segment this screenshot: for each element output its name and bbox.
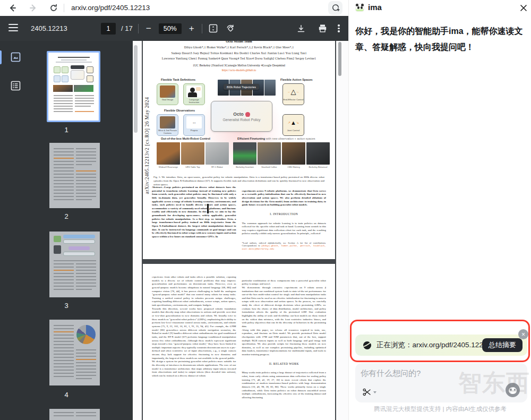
download-icon[interactable] [295, 23, 307, 35]
divider [138, 24, 139, 33]
browsing-status-card: 正在浏览：arxiv.org/pdf/2405.12213 总结摘要 [355, 335, 527, 356]
sidebar-scrollbar[interactable] [134, 45, 138, 133]
paper-authors: Sudeep Dasari3 Joey Hejna2 Tobias Kreima… [143, 52, 335, 55]
figure-heading: Efficient Finetuning with new observatio… [237, 137, 315, 140]
assistant-footer: 腾讯混元大模型提供支持 | 内容由AI生成仅供参考 [349, 405, 531, 413]
ima-assistant-panel: ima 你好，我是你的智能助手ima，能帮你速读文章、答疑解惑，快向我提问吧！ … [348, 0, 531, 420]
ima-logo-icon [355, 3, 364, 12]
reload-icon[interactable] [48, 2, 59, 14]
page2-column-1: experience from other robots and tasks o… [152, 276, 236, 420]
rotate-icon[interactable] [225, 23, 236, 35]
question-input[interactable] [361, 368, 488, 383]
figure-heading: Flexible Observations [164, 109, 195, 112]
figure-caption: Fig. 1: We introduce Octo, an open-sourc… [153, 176, 324, 186]
end-effector-box: ←△→ End-Effector Control [282, 83, 304, 105]
extension-summarize-icon[interactable] [328, 1, 342, 15]
globe-icon [363, 341, 372, 350]
pdf-content-area: 1 2 [0, 41, 348, 420]
photo-label: Berkeley Insertion [233, 166, 256, 168]
figure-heading: Out-of-the-box Multi-Robot Control [161, 137, 210, 140]
section-heading: II. RELATED WORK [242, 362, 327, 366]
thumbnail-page-number: 1 [0, 126, 133, 134]
joint-control-box: ↗▲↘ Joint Control [282, 114, 304, 136]
page-thumbnail-3[interactable] [49, 232, 100, 297]
page-thumbnail-1[interactable] [47, 51, 100, 122]
document-title: 2405.12213 [31, 24, 67, 32]
page-count-label: / 17 [121, 24, 133, 32]
pdf-toolbar: 2405.12213 / 17 − 50% + [0, 16, 348, 41]
page-thumbnail-4[interactable] [49, 320, 100, 385]
photo-label: RT-1 Robot [205, 166, 229, 168]
thumbnail-view-icon[interactable] [10, 51, 21, 63]
thumbnail-page-number: 2 [0, 212, 133, 220]
thumbnail-page-number: 3 [0, 302, 133, 310]
divider [202, 24, 202, 33]
language-instruction-box: Language Instruction [183, 83, 205, 105]
paper-link[interactable]: https://octo-models.github.io [143, 68, 335, 72]
figure-heading: Flexible Action Spaces [280, 78, 313, 81]
photo-label: CMU Baking [282, 166, 305, 168]
page-thumbnail-5[interactable] [49, 409, 100, 420]
fit-to-page-icon[interactable] [208, 23, 219, 35]
close-icon[interactable] [518, 2, 529, 14]
outline-view-icon[interactable] [10, 80, 21, 91]
assistant-greeting: 你好，我是你的智能助手ima，能帮你速读文章、答疑解惑，快向我提问吧！ [355, 23, 527, 55]
thumbnail-page-number: 4 [0, 391, 133, 399]
menu-icon[interactable] [8, 24, 18, 31]
active-view-indicator [0, 50, 2, 64]
browser-navigation-bar: arxiv.org/pdf/2405.12213 [0, 0, 348, 16]
more-options-icon[interactable] [338, 23, 340, 33]
ima-header: ima [349, 0, 531, 16]
paper-authors: Dibya Ghosh*,1 Homer Walke*,1 Karl Perts… [143, 46, 335, 49]
wrist-camera-box: Wrist & 3rd Person Camera [157, 114, 178, 136]
caret-down-icon [373, 391, 376, 393]
paper-figure-1: Flexible Task Definitions Goal Image Lan… [143, 76, 335, 174]
octo-policy-box: Octo Generalist Robot Policy [211, 101, 272, 132]
photo-label: Berkeley Bimanual [306, 166, 330, 168]
intro-column: experiments across 9 robotic platforms, … [242, 186, 327, 255]
print-icon[interactable] [316, 23, 328, 35]
photo-label: Stanford Coffee [258, 166, 281, 168]
panel-resize-handle[interactable] [207, 204, 209, 213]
zoom-in-button[interactable]: + [187, 23, 196, 34]
page-thumbnail-2[interactable] [49, 143, 100, 208]
thumbnail-sidebar: 1 2 [0, 41, 133, 420]
paper-affiliations: 1UC Berkeley 2Stanford 3Carnegie Mellon … [143, 64, 335, 67]
trajectories-label: 800k Robot Trajectories [224, 84, 259, 90]
section-heading: I. INTRODUCTION [242, 212, 327, 216]
proprio-box: ↔ Proprio [183, 114, 205, 136]
scissors-icon [363, 388, 371, 396]
pdf-page-1: Octo Model Team Dibya Ghosh*,1 Homer Wal… [142, 41, 336, 260]
paper-authors: Lawrence Yunliang Chen1 Pannag Sanketi4 … [143, 57, 335, 60]
page-number-input[interactable] [101, 23, 116, 35]
paper-team: Octo Model Team [143, 41, 335, 43]
app-title: ima [368, 3, 382, 12]
browser-left-column: arxiv.org/pdf/2405.12213 2405.12213 / 17… [0, 0, 348, 420]
back-icon[interactable] [6, 2, 18, 14]
pdf-viewer: Octo Model Team Dibya Ghosh*,1 Homer Wal… [139, 41, 348, 420]
abstract-column: Abstract—Large policies pretrained on di… [152, 186, 236, 255]
scissors-tool[interactable] [363, 388, 376, 396]
card-close-icon[interactable]: × [518, 329, 528, 339]
page2-column-2: particular combination of these componen… [242, 276, 327, 420]
figure-heading: Flexible Task Definitions [161, 78, 195, 81]
goal-image-box: Goal Image [157, 83, 178, 105]
robot-photo-row [157, 142, 330, 165]
pdf-page-2: experience from other robots and tasks o… [142, 263, 336, 420]
zoom-level[interactable]: 50% [159, 23, 182, 34]
address-url[interactable]: arxiv.org/pdf/2405.12213 [71, 4, 150, 12]
forward-icon[interactable] [28, 2, 39, 14]
pdf-scrollbar[interactable] [338, 42, 341, 76]
photo-label: WidowX Rearrange [157, 166, 180, 168]
browsing-label: 正在浏览：arxiv.org/pdf/2405.12213 [376, 340, 491, 350]
photo-label: UR5 Table Top [181, 166, 204, 168]
send-button[interactable] [506, 383, 520, 397]
question-input-box [355, 363, 527, 402]
divider [64, 4, 64, 12]
zoom-out-button[interactable]: − [144, 23, 153, 34]
octopus-icon [245, 112, 250, 116]
summarize-button[interactable]: 总结摘要 [482, 338, 523, 352]
